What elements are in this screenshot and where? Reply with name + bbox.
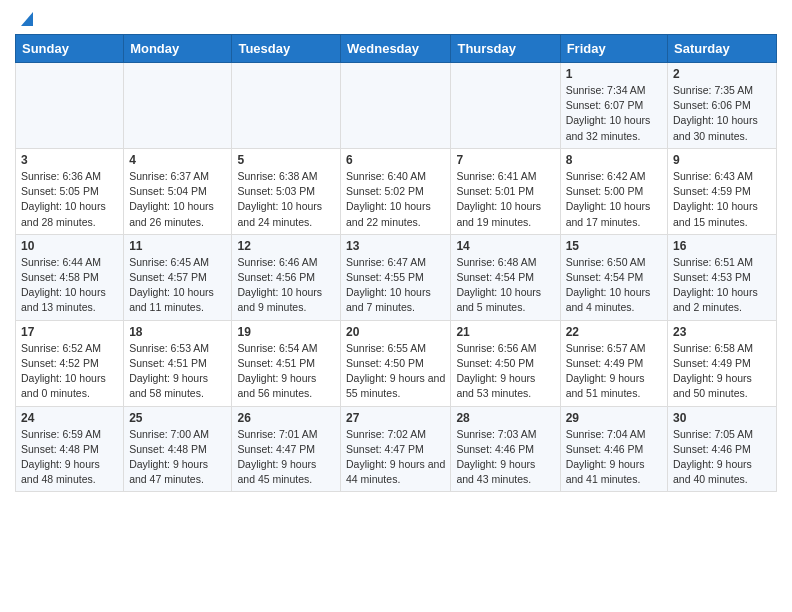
day-number: 13	[346, 239, 445, 253]
calendar-day-28: 28Sunrise: 7:03 AMSunset: 4:46 PMDayligh…	[451, 406, 560, 492]
calendar-week-row: 24Sunrise: 6:59 AMSunset: 4:48 PMDayligh…	[16, 406, 777, 492]
day-number: 7	[456, 153, 554, 167]
day-info: Sunrise: 6:44 AMSunset: 4:58 PMDaylight:…	[21, 255, 118, 316]
day-number: 4	[129, 153, 226, 167]
weekday-header-friday: Friday	[560, 35, 667, 63]
calendar-day-6: 6Sunrise: 6:40 AMSunset: 5:02 PMDaylight…	[341, 148, 451, 234]
day-info: Sunrise: 6:50 AMSunset: 4:54 PMDaylight:…	[566, 255, 662, 316]
calendar-table: SundayMondayTuesdayWednesdayThursdayFrid…	[15, 34, 777, 492]
calendar-week-row: 1Sunrise: 7:34 AMSunset: 6:07 PMDaylight…	[16, 63, 777, 149]
calendar-day-22: 22Sunrise: 6:57 AMSunset: 4:49 PMDayligh…	[560, 320, 667, 406]
day-number: 2	[673, 67, 771, 81]
day-number: 22	[566, 325, 662, 339]
day-number: 5	[237, 153, 335, 167]
calendar-day-30: 30Sunrise: 7:05 AMSunset: 4:46 PMDayligh…	[668, 406, 777, 492]
calendar-day-7: 7Sunrise: 6:41 AMSunset: 5:01 PMDaylight…	[451, 148, 560, 234]
day-number: 10	[21, 239, 118, 253]
calendar-day-3: 3Sunrise: 6:36 AMSunset: 5:05 PMDaylight…	[16, 148, 124, 234]
day-number: 12	[237, 239, 335, 253]
day-number: 8	[566, 153, 662, 167]
calendar-day-25: 25Sunrise: 7:00 AMSunset: 4:48 PMDayligh…	[124, 406, 232, 492]
day-info: Sunrise: 6:58 AMSunset: 4:49 PMDaylight:…	[673, 341, 771, 402]
calendar-day-20: 20Sunrise: 6:55 AMSunset: 4:50 PMDayligh…	[341, 320, 451, 406]
calendar-day-14: 14Sunrise: 6:48 AMSunset: 4:54 PMDayligh…	[451, 234, 560, 320]
calendar-day-10: 10Sunrise: 6:44 AMSunset: 4:58 PMDayligh…	[16, 234, 124, 320]
calendar-day-2: 2Sunrise: 7:35 AMSunset: 6:06 PMDaylight…	[668, 63, 777, 149]
day-number: 27	[346, 411, 445, 425]
calendar-day-8: 8Sunrise: 6:42 AMSunset: 5:00 PMDaylight…	[560, 148, 667, 234]
day-info: Sunrise: 6:38 AMSunset: 5:03 PMDaylight:…	[237, 169, 335, 230]
calendar-week-row: 3Sunrise: 6:36 AMSunset: 5:05 PMDaylight…	[16, 148, 777, 234]
day-number: 6	[346, 153, 445, 167]
day-info: Sunrise: 6:46 AMSunset: 4:56 PMDaylight:…	[237, 255, 335, 316]
day-number: 14	[456, 239, 554, 253]
day-info: Sunrise: 7:02 AMSunset: 4:47 PMDaylight:…	[346, 427, 445, 488]
day-number: 25	[129, 411, 226, 425]
calendar-week-row: 10Sunrise: 6:44 AMSunset: 4:58 PMDayligh…	[16, 234, 777, 320]
calendar-day-11: 11Sunrise: 6:45 AMSunset: 4:57 PMDayligh…	[124, 234, 232, 320]
day-info: Sunrise: 7:05 AMSunset: 4:46 PMDaylight:…	[673, 427, 771, 488]
day-number: 9	[673, 153, 771, 167]
calendar-day-13: 13Sunrise: 6:47 AMSunset: 4:55 PMDayligh…	[341, 234, 451, 320]
day-number: 20	[346, 325, 445, 339]
day-info: Sunrise: 6:37 AMSunset: 5:04 PMDaylight:…	[129, 169, 226, 230]
day-number: 1	[566, 67, 662, 81]
calendar-day-27: 27Sunrise: 7:02 AMSunset: 4:47 PMDayligh…	[341, 406, 451, 492]
calendar-day-18: 18Sunrise: 6:53 AMSunset: 4:51 PMDayligh…	[124, 320, 232, 406]
day-info: Sunrise: 6:59 AMSunset: 4:48 PMDaylight:…	[21, 427, 118, 488]
day-info: Sunrise: 6:54 AMSunset: 4:51 PMDaylight:…	[237, 341, 335, 402]
day-info: Sunrise: 7:01 AMSunset: 4:47 PMDaylight:…	[237, 427, 335, 488]
day-number: 19	[237, 325, 335, 339]
day-number: 18	[129, 325, 226, 339]
calendar-day-15: 15Sunrise: 6:50 AMSunset: 4:54 PMDayligh…	[560, 234, 667, 320]
day-info: Sunrise: 7:34 AMSunset: 6:07 PMDaylight:…	[566, 83, 662, 144]
day-info: Sunrise: 6:47 AMSunset: 4:55 PMDaylight:…	[346, 255, 445, 316]
day-info: Sunrise: 6:55 AMSunset: 4:50 PMDaylight:…	[346, 341, 445, 402]
svg-marker-0	[21, 12, 33, 26]
calendar-day-24: 24Sunrise: 6:59 AMSunset: 4:48 PMDayligh…	[16, 406, 124, 492]
day-number: 11	[129, 239, 226, 253]
day-number: 16	[673, 239, 771, 253]
logo	[15, 10, 38, 26]
weekday-header-saturday: Saturday	[668, 35, 777, 63]
calendar-day-empty	[232, 63, 341, 149]
weekday-header-thursday: Thursday	[451, 35, 560, 63]
day-number: 29	[566, 411, 662, 425]
weekday-header-row: SundayMondayTuesdayWednesdayThursdayFrid…	[16, 35, 777, 63]
day-number: 15	[566, 239, 662, 253]
day-info: Sunrise: 6:40 AMSunset: 5:02 PMDaylight:…	[346, 169, 445, 230]
day-info: Sunrise: 6:41 AMSunset: 5:01 PMDaylight:…	[456, 169, 554, 230]
weekday-header-tuesday: Tuesday	[232, 35, 341, 63]
weekday-header-sunday: Sunday	[16, 35, 124, 63]
calendar-day-26: 26Sunrise: 7:01 AMSunset: 4:47 PMDayligh…	[232, 406, 341, 492]
calendar-day-16: 16Sunrise: 6:51 AMSunset: 4:53 PMDayligh…	[668, 234, 777, 320]
calendar-day-21: 21Sunrise: 6:56 AMSunset: 4:50 PMDayligh…	[451, 320, 560, 406]
day-info: Sunrise: 6:53 AMSunset: 4:51 PMDaylight:…	[129, 341, 226, 402]
calendar-week-row: 17Sunrise: 6:52 AMSunset: 4:52 PMDayligh…	[16, 320, 777, 406]
page-header	[15, 10, 777, 26]
day-number: 3	[21, 153, 118, 167]
calendar-day-empty	[124, 63, 232, 149]
day-info: Sunrise: 7:03 AMSunset: 4:46 PMDaylight:…	[456, 427, 554, 488]
day-number: 26	[237, 411, 335, 425]
weekday-header-monday: Monday	[124, 35, 232, 63]
calendar-day-4: 4Sunrise: 6:37 AMSunset: 5:04 PMDaylight…	[124, 148, 232, 234]
day-number: 28	[456, 411, 554, 425]
day-info: Sunrise: 7:04 AMSunset: 4:46 PMDaylight:…	[566, 427, 662, 488]
day-number: 21	[456, 325, 554, 339]
day-number: 17	[21, 325, 118, 339]
day-number: 23	[673, 325, 771, 339]
logo-triangle-icon	[16, 8, 38, 30]
day-info: Sunrise: 6:48 AMSunset: 4:54 PMDaylight:…	[456, 255, 554, 316]
calendar-day-17: 17Sunrise: 6:52 AMSunset: 4:52 PMDayligh…	[16, 320, 124, 406]
calendar-day-9: 9Sunrise: 6:43 AMSunset: 4:59 PMDaylight…	[668, 148, 777, 234]
weekday-header-wednesday: Wednesday	[341, 35, 451, 63]
day-info: Sunrise: 7:00 AMSunset: 4:48 PMDaylight:…	[129, 427, 226, 488]
day-info: Sunrise: 6:45 AMSunset: 4:57 PMDaylight:…	[129, 255, 226, 316]
day-info: Sunrise: 6:56 AMSunset: 4:50 PMDaylight:…	[456, 341, 554, 402]
day-info: Sunrise: 6:57 AMSunset: 4:49 PMDaylight:…	[566, 341, 662, 402]
calendar-day-empty	[16, 63, 124, 149]
day-info: Sunrise: 6:36 AMSunset: 5:05 PMDaylight:…	[21, 169, 118, 230]
calendar-day-23: 23Sunrise: 6:58 AMSunset: 4:49 PMDayligh…	[668, 320, 777, 406]
calendar-day-empty	[341, 63, 451, 149]
